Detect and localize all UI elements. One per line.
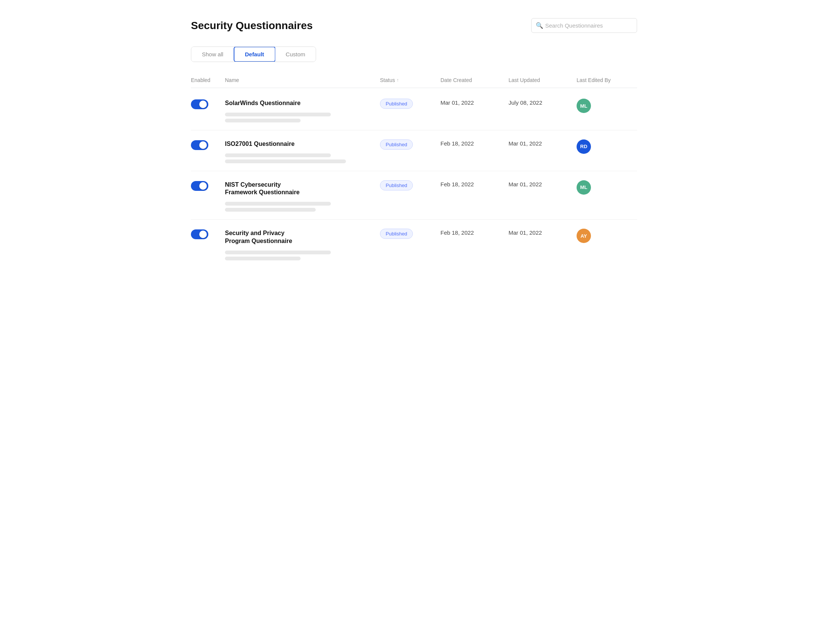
col-name: Name	[225, 77, 380, 83]
sort-arrow-status: ↑	[397, 77, 399, 83]
cell-enabled-4	[191, 229, 225, 239]
tab-custom[interactable]: Custom	[275, 47, 316, 62]
questionnaire-name-1: SolarWinds Questionnaire	[225, 99, 301, 107]
cell-enabled-1	[191, 99, 225, 109]
cell-edited-by-2: RD	[577, 139, 637, 154]
cell-name-1: SolarWinds Questionnaire	[225, 99, 380, 122]
cell-last-updated-2: Mar 01, 2022	[508, 139, 577, 147]
skeleton-2	[225, 154, 346, 163]
tab-show-all[interactable]: Show all	[191, 47, 234, 62]
cell-name-4: Security and PrivacyProgram Questionnair…	[225, 229, 380, 260]
status-badge-3: Published	[380, 180, 413, 191]
skeleton-4	[225, 251, 331, 260]
cell-edited-by-4: AY	[577, 229, 637, 243]
table-row: NIST CybersecurityFramework Questionnair…	[191, 171, 637, 220]
filter-tabs: Show all Default Custom	[191, 47, 316, 62]
page-title: Security Questionnaires	[191, 20, 313, 32]
avatar-1: ML	[577, 99, 591, 113]
cell-date-created-4: Feb 18, 2022	[441, 229, 508, 236]
table-body: SolarWinds Questionnaire Published Mar 0…	[191, 89, 637, 268]
cell-enabled-2	[191, 139, 225, 150]
col-date-created: Date Created	[441, 77, 508, 83]
skeleton-3	[225, 202, 331, 212]
cell-date-created-2: Feb 18, 2022	[441, 139, 508, 147]
cell-enabled-3	[191, 180, 225, 191]
table-row: SolarWinds Questionnaire Published Mar 0…	[191, 89, 637, 130]
table-row: ISO27001 Questionnaire Published Feb 18,…	[191, 130, 637, 171]
cell-status-4: Published	[380, 229, 441, 239]
toggle-3[interactable]	[191, 181, 208, 191]
col-status[interactable]: Status ↑	[380, 77, 441, 83]
cell-status-1: Published	[380, 99, 441, 109]
cell-date-created-3: Feb 18, 2022	[441, 180, 508, 188]
cell-name-3: NIST CybersecurityFramework Questionnair…	[225, 180, 380, 212]
cell-date-created-1: Mar 01, 2022	[441, 99, 508, 106]
questionnaire-name-2: ISO27001 Questionnaire	[225, 140, 295, 148]
status-badge-1: Published	[380, 99, 413, 109]
avatar-3: ML	[577, 180, 591, 194]
cell-status-2: Published	[380, 139, 441, 150]
search-icon: 🔍	[536, 22, 543, 29]
cell-status-3: Published	[380, 180, 441, 191]
table-row: Security and PrivacyProgram Questionnair…	[191, 219, 637, 268]
avatar-4: AY	[577, 229, 591, 243]
tab-default[interactable]: Default	[234, 47, 276, 62]
questionnaire-name-3: NIST CybersecurityFramework Questionnair…	[225, 181, 300, 197]
status-badge-2: Published	[380, 139, 413, 150]
page-header: Security Questionnaires 🔍	[191, 18, 637, 33]
toggle-1[interactable]	[191, 99, 208, 109]
cell-last-updated-1: July 08, 2022	[508, 99, 577, 106]
col-last-updated: Last Updated	[508, 77, 577, 83]
skeleton-1	[225, 113, 331, 122]
cell-last-updated-3: Mar 01, 2022	[508, 180, 577, 188]
questionnaire-name-4: Security and PrivacyProgram Questionnair…	[225, 229, 292, 245]
col-enabled: Enabled	[191, 77, 225, 83]
table-header: Enabled Name Status ↑ Date Created Last …	[191, 74, 637, 88]
search-wrapper: 🔍	[531, 18, 637, 33]
cell-last-updated-4: Mar 01, 2022	[508, 229, 577, 236]
status-badge-4: Published	[380, 229, 413, 239]
avatar-2: RD	[577, 139, 591, 154]
cell-edited-by-3: ML	[577, 180, 637, 194]
cell-edited-by-1: ML	[577, 99, 637, 113]
cell-name-2: ISO27001 Questionnaire	[225, 139, 380, 163]
col-last-edited: Last Edited By	[577, 77, 637, 83]
toggle-4[interactable]	[191, 229, 208, 239]
search-input[interactable]	[531, 18, 637, 33]
toggle-2[interactable]	[191, 140, 208, 150]
